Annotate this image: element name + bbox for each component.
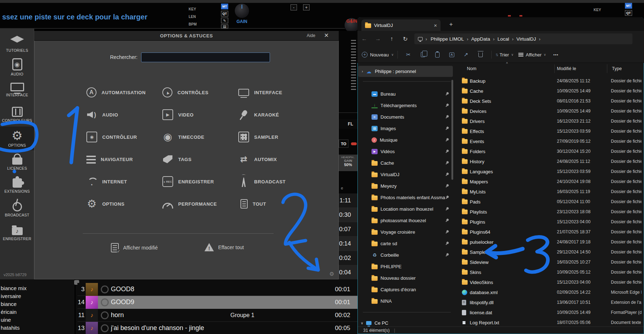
file-row[interactable]: Drivers 16/12/2023 21:12 Dossier de fich… [456,116,641,126]
track-row[interactable]: 14 ♪ GOOD9 00:01 [77,296,357,309]
sidebar-item[interactable]: Meyezy [358,180,454,192]
file-row[interactable]: Cache 10/09/2025 14:49 Dossier de fichie… [456,86,641,96]
options-grid-item[interactable]: NAVIGATEUR [86,148,162,170]
sidebar-item[interactable]: Nouveau dossier [358,272,454,284]
options-grid-item[interactable]: TAGS [162,148,238,170]
qt-button[interactable]: QT [221,11,228,17]
sidebar-item[interactable]: Téléchargements [358,100,454,111]
options-grid-item[interactable]: INTERFACE [238,81,314,104]
explorer-tab[interactable]: VirtualDJ × [361,19,441,31]
rename-icon[interactable]: A [445,49,459,60]
sidebar-item[interactable]: PHILIPPE [358,261,454,272]
column-divider[interactable] [554,64,555,73]
file-row[interactable]: Effects 15/12/2023 03:59 Dossier de fich… [456,126,641,136]
track-row[interactable]: 13 ♪ j'ai besoin d'une chanson - jingle … [77,322,357,334]
vdj-sidebar-item[interactable]: TUTORIELS [0,32,34,55]
file-row[interactable]: VideoSkins 15/12/2023 04:00 Dossier de f… [456,277,641,287]
options-grid-item[interactable]: AUDIO [86,104,162,126]
advanced-gear-icon[interactable]: ⚙ [329,271,334,277]
onedrive-item[interactable]: › Philippe : personnel [358,66,453,77]
vdj-sidebar-item[interactable]: AUDIO [0,55,34,79]
file-row[interactable]: Backup 24/08/2025 11:12 Dossier de fichi… [456,76,641,86]
breadcrumb[interactable]: › Philippe LIMOL › AppData › Local [414,33,632,44]
file-row[interactable]: MyLists 16/03/2025 11:19 Dossier de fich… [456,187,641,197]
options-grid-item[interactable]: INTERNET [86,170,162,193]
back-icon[interactable]: ← [357,36,371,42]
column-modified[interactable]: Modifié le [557,66,576,71]
zoom-minus-button[interactable]: - [291,4,297,10]
playlist-folder-item[interactable]: hatahits [0,324,75,331]
view-button[interactable]: Afficher ∨ [518,52,546,58]
cut-icon[interactable]: ✂ [401,49,416,60]
options-grid-item[interactable]: VIDEO [162,104,238,126]
clear-all-button[interactable]: Effacer tout [204,243,244,251]
options-grid-item[interactable]: PERFORMANCE [162,193,238,215]
up-icon[interactable]: ↑ [385,36,398,42]
auto-button-fragment[interactable]: TO [339,139,348,148]
file-row[interactable]: Plugins64 21/07/2025 18:37 Dossier de fi… [456,227,641,237]
column-divider[interactable] [607,64,607,73]
breadcrumb-item[interactable]: Local [495,36,511,42]
vdj-sidebar-item[interactable]: OPTIONS [0,127,34,150]
vdj-sidebar-item[interactable]: EXTENSIONS [0,174,34,198]
delete-icon[interactable] [473,49,488,60]
vdj-sidebar-item[interactable]: LICENCES [0,150,34,174]
options-grid-item[interactable]: BROADCAST [238,170,314,193]
file-row[interactable]: Playlists 23/12/2023 18:08 Dossier de fi… [456,207,641,217]
file-row[interactable]: Plugins 15/12/2023 04:00 Dossier de fich… [456,217,641,227]
file-row[interactable]: pulselocker 24/08/2017 19:18 Dossier de … [456,237,641,247]
new-tab-button[interactable]: + [449,21,453,28]
red-slider-fragment[interactable] [351,142,357,145]
breadcrumb-item[interactable]: AppData [469,36,492,42]
options-grid-item[interactable]: OPTIONS [86,193,162,215]
sidebar-item[interactable]: Cache [358,157,454,169]
file-row[interactable]: Mappers 24/10/2024 19:08 Dossier de fich… [456,177,641,187]
sidebar-item[interactable]: Vidéos [358,146,454,157]
file-row[interactable]: Deck Sets 08/01/2016 21:53 Dossier de fi… [456,96,641,106]
sidebar-item[interactable]: Bureau [358,88,454,100]
playlist-folder-item[interactable]: biance mix [0,284,75,292]
show-modified-button[interactable]: Afficher modifié [111,243,158,252]
track-row[interactable]: 11 ♪ horn Groupe 1 00:02 [77,309,357,322]
close-icon[interactable]: ✕ [324,32,329,39]
refresh-icon[interactable]: ↻ [398,36,412,42]
vdj-sidebar-item[interactable]: BROADCAST [0,198,34,221]
file-row[interactable]: Devices 10/09/2025 14:49 Dossier de fich… [456,106,641,116]
sidebar-item[interactable]: NINA [358,295,454,307]
file-row[interactable]: Pads 05/12/2024 11:00 Dossier de fichier… [456,197,641,207]
pitch-fader[interactable] [351,40,356,90]
vdj-sidebar-item[interactable]: ENREGISTRER [0,221,34,245]
file-row[interactable]: Events 27/09/2019 05:12 Dossier de fichi… [456,136,641,146]
sidebar-item[interactable]: Captures d'écran [358,284,454,295]
search-input[interactable] [141,52,270,62]
mt-button[interactable]: MT [221,4,228,9]
file-row[interactable]: Sideview 16/03/2025 10:27 Dossier de fic… [456,257,641,267]
file-row[interactable]: libspotify.dll 13/06/2017 10:51 Extensio… [456,297,641,307]
sort-button[interactable]: ↑↓ Trier ∨ [495,52,514,58]
paste-icon[interactable] [430,49,445,60]
playlist-folder-item[interactable]: biance [0,300,75,308]
file-row[interactable]: Samples 29/12/2024 14:50 Dossier de fich… [456,247,641,257]
column-type[interactable]: Type [612,66,622,71]
file-row[interactable]: database.xml 02/09/2025 14:22 Microsoft … [456,287,641,297]
file-row[interactable]: Folders 30/12/2024 15:20 Dossier de fich… [456,146,641,156]
options-grid-item[interactable]: TIMECODE [162,126,238,148]
more-options-icon[interactable]: ••• [553,52,559,57]
options-grid-item[interactable]: AUTOMATISATION [86,81,162,104]
sidebar-item[interactable]: VirtualDJ [358,169,454,180]
options-grid-item[interactable]: CONTRÔLES [162,81,238,104]
file-row[interactable]: license.dat 10/09/2025 14:49 FormatPlaye… [456,307,641,317]
new-button[interactable]: + Nouveau ∨ [362,52,394,58]
share-icon[interactable]: ↗ [459,49,473,60]
file-row[interactable]: History 24/08/2025 11:12 Dossier de fich… [456,156,641,166]
sidebar-item[interactable]: Corbeille [358,249,454,261]
file-row[interactable]: Log Report.txt 18/07/2025 05:06 Document… [456,317,641,328]
pen-tool-button[interactable]: ✎ [221,18,228,23]
vdj-sidebar-item[interactable]: CONTROLEURS [0,103,34,127]
options-grid-item[interactable]: CONTRÔLEUR [86,126,162,148]
sidebar-item[interactable]: Location maison lhouezel [358,203,454,215]
grid-tool-button[interactable]: ▤ [221,24,228,28]
options-grid-item[interactable]: ENREGISTRER [162,170,238,193]
qt-button-right[interactable]: QT [625,10,632,16]
mt-button-right[interactable]: MT [625,3,632,9]
